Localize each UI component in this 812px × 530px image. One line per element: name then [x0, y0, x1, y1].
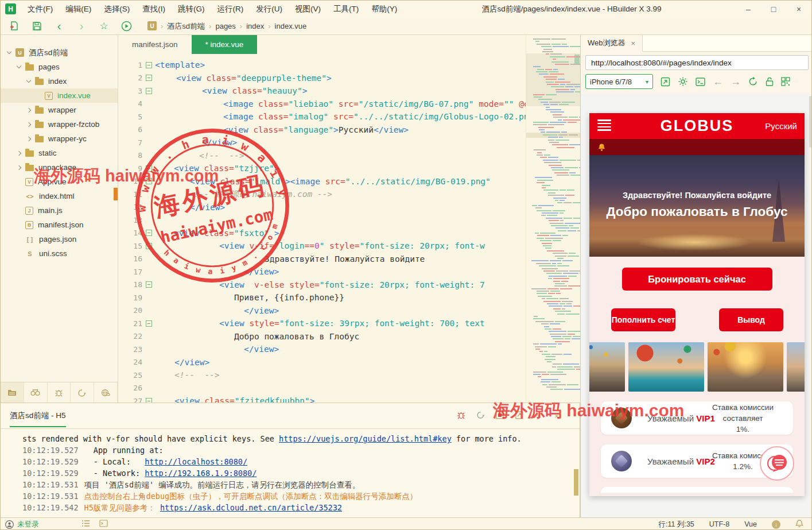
collapse-console-icon[interactable]: ×↓: [553, 412, 564, 420]
line-number[interactable]: 18: [118, 280, 142, 289]
line-number[interactable]: 17: [118, 268, 142, 276]
chevron-right-icon[interactable]: [17, 165, 21, 169]
line-number[interactable]: 9: [118, 164, 142, 173]
file-tree-item-wrapper-fzctob[interactable]: wrapper-fzctob: [1, 117, 118, 131]
qr-code-icon[interactable]: [781, 77, 790, 86]
code-line[interactable]: 11<!-- 海外源码 haiwaiym.com -->: [118, 188, 526, 201]
clear-console-icon[interactable]: ×: [534, 412, 544, 420]
terminal-status-icon[interactable]: [99, 520, 108, 529]
withdraw-button[interactable]: Вывод: [719, 308, 783, 331]
file-tree-item-unpackage[interactable]: unpackage: [1, 160, 118, 175]
chevron-right-icon[interactable]: [26, 107, 31, 112]
code-area[interactable]: 1−<template>2−<view class="deeppurple-th…: [118, 54, 526, 403]
line-number[interactable]: 4: [118, 99, 142, 108]
console-scrollbar-thumb[interactable]: [574, 469, 578, 496]
code-line[interactable]: 20</view>: [118, 304, 526, 318]
code-line[interactable]: 13: [118, 214, 526, 227]
sidebar-scrollbar-thumb[interactable]: [114, 188, 118, 200]
editor-tab-manifest.json[interactable]: manifest.json: [118, 35, 192, 54]
file-tree-item-sd[interactable]: U酒店sd前端: [1, 45, 118, 60]
restart-icon[interactable]: [475, 411, 485, 421]
line-number[interactable]: 22: [118, 332, 142, 341]
line-number[interactable]: 11: [118, 190, 142, 199]
file-tree-item-wrapper-yc[interactable]: wrapper-yc: [1, 131, 118, 146]
editor-minimap[interactable]: [526, 35, 580, 403]
file-tree-item-App.vue[interactable]: VApp.vue: [1, 175, 118, 189]
carousel-image-cappadocia-sunset-valley[interactable]: [708, 342, 783, 392]
stop-icon[interactable]: [495, 411, 505, 421]
code-line[interactable]: 18−<view v-else style="font-size: 20rpx;…: [118, 278, 526, 292]
file-tree-item-uni.scss[interactable]: Suni.scss: [1, 246, 118, 261]
line-number[interactable]: 19: [118, 293, 142, 302]
fold-collapse-icon[interactable]: −: [146, 281, 152, 288]
menu-item[interactable]: 发行(U): [250, 5, 289, 13]
chevron-right-icon[interactable]: [26, 136, 31, 141]
line-number[interactable]: 25: [118, 371, 142, 380]
line-number[interactable]: 15: [118, 242, 142, 250]
open-external-icon[interactable]: [661, 77, 670, 87]
menu-item[interactable]: 帮助(Y): [365, 5, 403, 13]
code-line[interactable]: 12</view>: [118, 201, 526, 214]
file-tree-item-pages[interactable]: pages: [1, 60, 118, 74]
maximize-button[interactable]: □: [761, 1, 786, 17]
menu-item[interactable]: 视图(V): [289, 5, 327, 13]
code-line[interactable]: 25<!-- -->: [118, 369, 526, 382]
refresh-icon[interactable]: [748, 77, 758, 86]
favorite-star-icon[interactable]: ☆: [95, 19, 112, 33]
line-number[interactable]: 16: [118, 254, 142, 263]
code-line[interactable]: 10−<view class="imald"><image src="../..…: [118, 175, 526, 188]
language-switcher[interactable]: Русский: [765, 121, 797, 131]
line-number[interactable]: 5: [118, 113, 142, 121]
minimize-button[interactable]: –: [736, 1, 761, 17]
file-tree-item-index[interactable]: index: [1, 74, 118, 88]
device-selector[interactable]: iPhone 6/7/8 ▾: [585, 74, 653, 89]
image-carousel[interactable]: [589, 342, 805, 392]
line-number[interactable]: 26: [118, 384, 142, 392]
code-line[interactable]: 2−<view class="deeppurple-theme">: [118, 72, 526, 85]
line-number[interactable]: 10: [118, 177, 142, 185]
code-line[interactable]: 22Добро пожаловать в Глобус: [118, 330, 526, 343]
code-line[interactable]: 14−<view class="fsxto" >: [118, 227, 526, 240]
code-line[interactable]: 16Здравствуйте! Пожалуйста войдите: [118, 253, 526, 266]
open-log-icon[interactable]: [514, 411, 525, 421]
code-line[interactable]: 17</view>: [118, 265, 526, 278]
login-status[interactable]: 未登录: [17, 520, 39, 529]
chat-fab-button[interactable]: [760, 446, 794, 481]
line-number[interactable]: 23: [118, 345, 142, 354]
fold-collapse-icon[interactable]: −: [146, 75, 152, 81]
account-icon[interactable]: [5, 520, 14, 529]
menu-item[interactable]: 工具(T): [327, 5, 365, 13]
line-number[interactable]: 6: [118, 125, 142, 134]
terminal-icon[interactable]: [696, 78, 705, 86]
fold-collapse-icon[interactable]: −: [146, 398, 152, 403]
lock-icon[interactable]: [766, 77, 774, 86]
update-icon[interactable]: ↓: [772, 520, 780, 529]
fold-collapse-icon[interactable]: −: [146, 62, 152, 68]
run-icon[interactable]: [118, 19, 135, 33]
code-line[interactable]: 3−<view class="heauuy">: [118, 84, 526, 98]
line-number[interactable]: 24: [118, 358, 142, 366]
code-line[interactable]: 9−<view class="tzjjre">: [118, 162, 526, 175]
menu-item[interactable]: 运行(R): [211, 5, 250, 13]
menu-item[interactable]: 编辑(E): [59, 5, 98, 13]
code-line[interactable]: 24</view>: [118, 356, 526, 369]
file-tree-item-index.vue[interactable]: Vindex.vue: [1, 88, 118, 103]
file-tree-item-main.js[interactable]: Jmain.js: [1, 203, 118, 218]
line-number[interactable]: 1: [118, 61, 142, 69]
editor-tab-index.vue[interactable]: * index.vue: [192, 35, 258, 54]
breadcrumb-item[interactable]: index.vue: [275, 22, 307, 30]
log-link[interactable]: http://192.168.1.9:8080/: [145, 469, 257, 478]
code-line[interactable]: 23</view>: [118, 343, 526, 356]
save-icon[interactable]: [28, 19, 45, 33]
menu-item[interactable]: 查找(I): [136, 5, 172, 13]
breadcrumb-item[interactable]: 酒店sd前端: [167, 22, 205, 30]
forward-arrow-icon[interactable]: →: [731, 76, 741, 88]
debug-bug-icon[interactable]: [456, 411, 466, 421]
console-log[interactable]: sts rendered with v-for should have expl…: [1, 433, 580, 517]
log-link[interactable]: https://vuejs.org/guide/list.html#key: [279, 434, 452, 443]
code-line[interactable]: 19Привет, {{info.phone}}: [118, 291, 526, 304]
line-number[interactable]: 8: [118, 151, 142, 160]
line-number[interactable]: 27: [118, 397, 142, 403]
line-number[interactable]: 12: [118, 203, 142, 211]
code-line[interactable]: 27−<view class="fzitedkfuubbn">: [118, 394, 526, 403]
